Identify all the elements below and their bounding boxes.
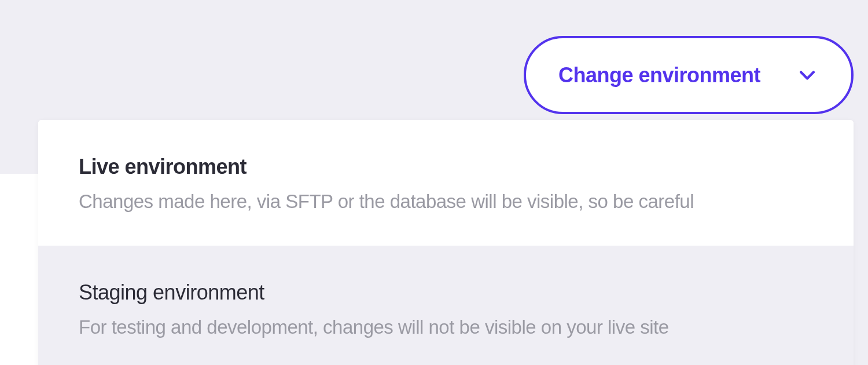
background-strip (0, 174, 41, 365)
environment-option-title: Staging environment (79, 280, 813, 305)
environment-option-title: Live environment (79, 155, 813, 179)
environment-option-description: For testing and development, changes wil… (79, 315, 813, 340)
change-environment-label: Change environment (558, 63, 760, 87)
environment-option-staging[interactable]: Staging environment For testing and deve… (38, 246, 854, 365)
environment-option-live[interactable]: Live environment Changes made here, via … (38, 120, 854, 246)
environment-dropdown-panel: Live environment Changes made here, via … (38, 120, 854, 365)
chevron-down-icon (799, 67, 815, 83)
environment-option-description: Changes made here, via SFTP or the datab… (79, 189, 813, 214)
change-environment-button[interactable]: Change environment (524, 36, 854, 114)
